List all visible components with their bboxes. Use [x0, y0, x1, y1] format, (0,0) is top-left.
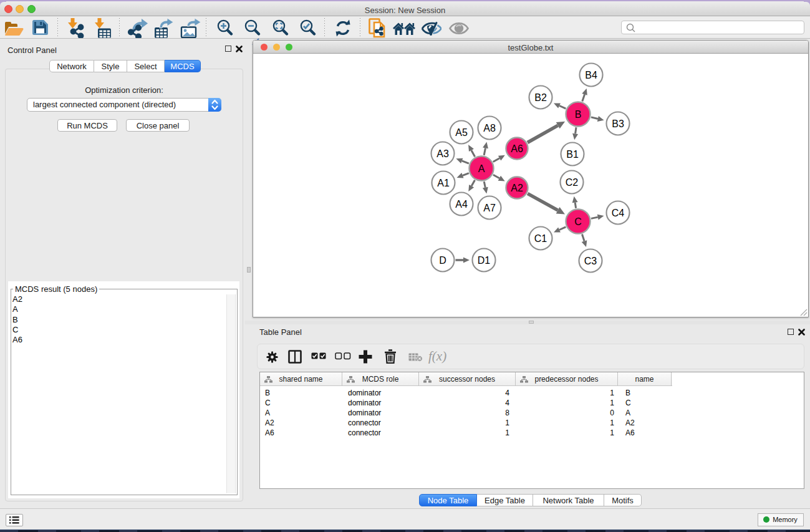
svg-text:A3: A3 [436, 148, 449, 159]
svg-text:A2: A2 [511, 183, 523, 193]
svg-text:B1: B1 [566, 149, 579, 160]
svg-text:C2: C2 [566, 177, 579, 188]
svg-text:C: C [574, 216, 582, 227]
svg-text:A: A [478, 163, 485, 174]
svg-text:D: D [439, 255, 446, 266]
svg-text:A5: A5 [455, 127, 468, 138]
svg-text:B2: B2 [534, 92, 547, 103]
svg-text:A8: A8 [483, 123, 496, 133]
svg-text:C3: C3 [584, 256, 597, 266]
svg-text:A4: A4 [455, 199, 468, 210]
svg-text:B3: B3 [612, 118, 624, 129]
svg-text:A1: A1 [437, 178, 450, 188]
svg-text:A7: A7 [483, 203, 496, 213]
svg-text:D1: D1 [478, 255, 491, 266]
svg-text:B: B [575, 109, 582, 120]
svg-text:C1: C1 [534, 233, 547, 244]
svg-text:B4: B4 [585, 70, 597, 80]
svg-text:C4: C4 [612, 208, 625, 218]
svg-text:A6: A6 [511, 143, 523, 154]
